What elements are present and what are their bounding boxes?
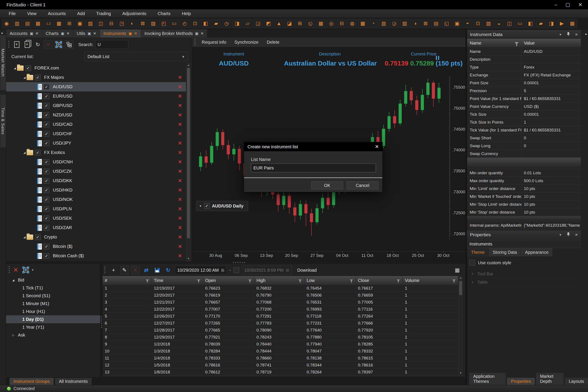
tree-instrument-eur-usd[interactable]: ✓EUR/USD✕ (6, 92, 186, 101)
timeframe-1-second-s1-[interactable]: 1 Second (S1) (6, 292, 100, 300)
toolbar-icon-6[interactable]: ▩ (54, 19, 64, 28)
delete-disabled-icon[interactable]: ✕ (131, 266, 139, 274)
tree-folder-forex-com[interactable]: ◢✓FOREX.com (6, 63, 186, 73)
value-column-header[interactable]: Value (522, 40, 535, 46)
remove-icon[interactable]: ✕ (178, 244, 182, 250)
remove-icon[interactable]: ✕ (178, 159, 182, 165)
remove-icon[interactable]: ✕ (178, 187, 182, 193)
calendar-icon[interactable]: ⊞ (221, 268, 224, 273)
toolbar-icon-7[interactable]: ⊞ (65, 19, 74, 28)
tree-checkbox[interactable]: ✓ (35, 150, 41, 156)
toolbar-icon-30[interactable]: ◵ (305, 19, 315, 28)
remove-icon[interactable]: ✕ (178, 140, 182, 146)
instrument-data-row[interactable]: ExchangeFX (IFX) Retail Exchange (467, 71, 581, 79)
toolbar-icon-5[interactable]: 1.2 (44, 19, 53, 28)
table-row[interactable]: 612/27/20170.772650.777830.772310.776661 (103, 320, 458, 327)
tree-checkbox[interactable]: ✓ (44, 187, 49, 193)
tree-checkbox[interactable]: ✓ (44, 216, 49, 221)
side-tab-market-watch[interactable]: Market Watch (0, 36, 6, 90)
remove-icon[interactable]: ✕ (178, 206, 182, 212)
toolbar-icon-26[interactable]: ◩ (264, 19, 273, 28)
pin-icon[interactable] (567, 232, 570, 238)
tree-checkbox[interactable]: ✓ (44, 225, 49, 230)
toolbar-icon-3[interactable]: ▤ (23, 19, 32, 28)
table-columns-icon[interactable]: ▦ (453, 266, 461, 274)
custom-style-checkbox[interactable] (469, 260, 475, 266)
filter-icon[interactable] (452, 280, 456, 281)
remove-icon[interactable]: ✕ (178, 131, 182, 137)
tab-accounts[interactable]: Accounts▣✕ (6, 29, 42, 38)
timeframe-1-year-y1-[interactable]: 1 Year (Y1) (6, 323, 100, 331)
tree-checkbox[interactable]: ✓ (44, 168, 49, 174)
remove-icon[interactable]: ✕ (178, 168, 182, 174)
instrument-data-row[interactable]: Min 'Limit' order distance10 pts (467, 185, 581, 192)
chevron-down-icon[interactable]: ▼ (559, 33, 562, 36)
tree-folder-fx-exotics[interactable]: ◢✓FX Exotics✕ (6, 148, 186, 157)
toolbar-icon-47[interactable]: ▨ (484, 19, 493, 28)
menu-item-trading[interactable]: Trading (91, 10, 116, 18)
menu-item-charts[interactable]: Charts (152, 10, 176, 18)
menu-item-file[interactable]: File (3, 10, 21, 18)
menu-item-view[interactable]: View (22, 10, 42, 18)
toolbar-icon-27[interactable]: ▲ (274, 19, 284, 28)
table-row[interactable]: 91/2/20180.780390.784400.779400.782851 (103, 341, 458, 348)
tree-instrument-usd-pln[interactable]: ✓USD/PLN✕ (6, 204, 186, 214)
tab-properties[interactable]: Properties (507, 378, 535, 385)
vertical-splitter[interactable] (100, 264, 103, 377)
history-scrollbar[interactable]: ▲▼ (459, 276, 463, 376)
toolbar-icon-17[interactable]: ▭ (169, 19, 179, 28)
tree-checkbox[interactable]: ✓ (35, 75, 41, 80)
remove-icon[interactable]: ✕ (178, 197, 182, 202)
tree-instrument-bitcoin-cash-[interactable]: ✓Bitcoin Cash ($)✕ (6, 251, 186, 260)
search-input[interactable] (95, 40, 128, 49)
add-icon[interactable]: + (109, 266, 118, 274)
toolbar-icon-52[interactable]: ▰ (536, 19, 546, 28)
table-row[interactable]: 712/28/20170.776650.780900.776400.779201 (103, 327, 458, 334)
expander-icon[interactable]: ◢ (13, 66, 17, 70)
toolbar-icon-54[interactable]: ▶ (557, 19, 567, 28)
collapse-right-icon[interactable]: ▸ (586, 32, 587, 36)
toolbar-icon-16[interactable]: ◰ (159, 19, 169, 28)
instrument-data-row[interactable]: Min 'Market if Touched' order10 pts (467, 192, 581, 200)
tree-checkbox[interactable]: ✓ (44, 112, 49, 118)
toolbar-icon-22[interactable]: ◷ (222, 19, 231, 28)
chevron-down-icon[interactable]: ▼ (559, 233, 562, 236)
table-row[interactable]: 111/4/20180.783330.786600.781380.786151 (103, 355, 458, 362)
name-column-header[interactable]: Name (470, 40, 481, 46)
filter-icon[interactable] (197, 280, 200, 281)
tab-invoking-broker-methods[interactable]: Invoking Broker Methods▣✕ (141, 29, 208, 38)
toolbar-icon-14[interactable]: ⊠ (138, 19, 148, 28)
instrument-data-row[interactable]: Min 'Stop Limit' order distance10 pts (467, 200, 581, 208)
side-tab-time-sales[interactable]: Time & Sales (0, 95, 6, 147)
expander-icon[interactable]: ◢ (12, 278, 18, 282)
tree-instrument-usd-sek[interactable]: ✓USD/SEK✕ (6, 214, 186, 223)
tree-checkbox[interactable]: ✓ (44, 178, 49, 184)
reload-icon[interactable]: ↻ (164, 266, 172, 274)
toolbar-icon-51[interactable]: ◧ (526, 19, 535, 28)
tree-checkbox[interactable]: ✓ (44, 159, 49, 165)
filter-icon[interactable] (146, 280, 149, 281)
toolbar-icon-49[interactable]: ◫ (505, 19, 514, 28)
toolbar-icon-55[interactable]: ▦ (568, 19, 577, 28)
toolbar-icon-24[interactable]: ▱ (243, 19, 252, 28)
table-row[interactable]: 112/19/20170.766230.768320.764540.766171 (103, 285, 458, 292)
tab-utils[interactable]: Utils▣✕ (73, 29, 100, 38)
toolbar-icon-35[interactable]: ▩ (358, 19, 367, 28)
toolbar-icon-9[interactable]: ▧ (86, 19, 95, 28)
filter-icon[interactable] (248, 280, 252, 281)
toolbar-icon-33[interactable]: ⊟ (337, 19, 347, 28)
tree-checkbox[interactable]: ✓ (44, 131, 49, 137)
close-icon[interactable]: ✕ (575, 232, 578, 237)
instrument-data-row[interactable]: Swap Long0 (467, 142, 581, 150)
instrument-data-row[interactable]: Point Value CurrencyUSD ($) (467, 103, 581, 110)
tree-checkbox[interactable]: ✓ (44, 122, 49, 127)
drag-grip-icon[interactable] (104, 266, 105, 274)
section-table[interactable]: ▼Table (471, 278, 579, 286)
expander-icon[interactable]: ◢ (22, 76, 27, 79)
collapse-right-icon[interactable]: ▸ (1, 31, 3, 35)
toolbar-icon-45[interactable]: ◓ (463, 19, 472, 28)
tree-checkbox[interactable]: ✓ (44, 94, 49, 99)
instrument-data-row[interactable]: Swap Currency (467, 150, 581, 158)
new-list-icon[interactable] (12, 40, 21, 49)
tab-instrument-groups[interactable]: Instrument Groups (9, 378, 54, 385)
